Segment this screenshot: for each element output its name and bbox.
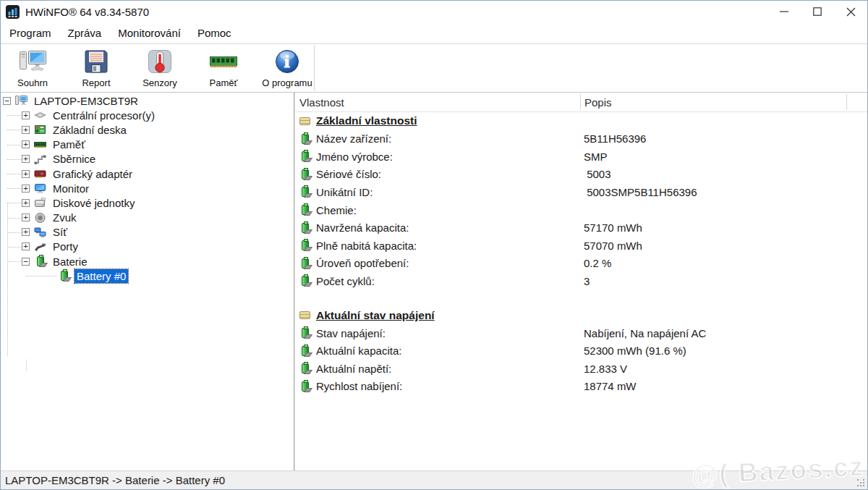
tree-item-sound[interactable]: + Zvuk (1, 211, 294, 225)
menu-monitorovani[interactable]: Monitorování (116, 25, 182, 41)
property-row[interactable]: Stav napájení: Nabíjení, Na napájení AC (295, 324, 867, 342)
toolbar-button-label: O programu (262, 77, 312, 88)
section-title: Základní vlastnosti (316, 114, 417, 127)
expand-expander-icon[interactable]: + (22, 170, 30, 178)
battery-icon (299, 187, 311, 197)
cpu-icon (33, 109, 47, 121)
memory-button[interactable]: Paměť (192, 44, 255, 92)
toolbar: Souhrn Report (1, 44, 867, 93)
property-value: 0.2 % (584, 257, 611, 269)
tree-item-bus[interactable]: + Sběrnice (1, 152, 294, 166)
tree-item-cpu[interactable]: + Centrální procesor(y) (1, 108, 294, 122)
tree-item-label-selected: Battery #0 (75, 269, 128, 283)
property-row[interactable]: Jméno výrobce: SMP (295, 148, 867, 166)
property-row[interactable]: Chemie: (295, 201, 867, 219)
info-about-icon (274, 48, 300, 75)
expand-expander-icon[interactable]: + (22, 199, 30, 207)
floppy-report-icon (83, 48, 109, 75)
tree-item-monitor[interactable]: + Monitor (1, 181, 294, 195)
expand-expander-icon[interactable]: + (22, 111, 30, 119)
about-button[interactable]: O programu (255, 44, 319, 92)
property-label: Chemie: (316, 204, 357, 216)
column-header-property[interactable]: Vlastnost (295, 96, 580, 109)
property-label: Úroveň opotřebení: (316, 257, 409, 269)
tree-item-network[interactable]: + Síť (1, 225, 294, 240)
tree-item-label: Paměť (51, 138, 88, 151)
thermometer-sensors-icon (147, 48, 173, 75)
collapse-expander-icon[interactable]: − (22, 258, 30, 266)
ram-icon (33, 139, 47, 151)
tree-item-motherboard[interactable]: + Základní deska (1, 122, 294, 137)
tree-item-gpu[interactable]: + Grafický adaptér (1, 166, 294, 181)
tree-item-computer[interactable]: − LAPTOP-EM3CBT9R (1, 93, 294, 108)
property-row[interactable]: Název zařízení: 5B11H56396 (295, 130, 867, 148)
property-label: Sériové číslo: (316, 168, 381, 180)
property-row[interactable]: Úroveň opotřebení: 0.2 % (295, 254, 867, 272)
collapse-expander-icon[interactable]: − (3, 97, 11, 105)
tree-item-label: Sběrnice (51, 152, 98, 166)
menu-program[interactable]: Program (8, 25, 53, 41)
tree-item-label: Zvuk (51, 211, 79, 224)
property-row[interactable]: Rychlost nabíjení: 18774 mW (295, 378, 867, 396)
property-row[interactable]: Plně nabitá kapacita: 57070 mWh (295, 237, 867, 255)
expand-expander-icon[interactable]: + (22, 242, 30, 250)
column-header-description[interactable]: Popis (580, 96, 612, 109)
column-resize-handle[interactable] (846, 94, 847, 110)
column-resize-handle[interactable] (580, 94, 581, 110)
close-button[interactable] (834, 1, 867, 22)
property-value: 57070 mWh (584, 240, 642, 252)
toolbar-divider (314, 46, 315, 90)
status-path: LAPTOP-EM3CBT9R -> Baterie -> Battery #0 (5, 474, 225, 486)
expand-expander-icon[interactable]: + (22, 228, 30, 236)
battery-icon (299, 258, 311, 269)
tree-item-battery-0[interactable]: Battery #0 (1, 269, 294, 283)
menu-zprava[interactable]: Zpráva (67, 25, 103, 41)
property-row[interactable]: Sériové číslo: 5003 (295, 166, 867, 184)
property-value: 5003SMP5B11H56396 (584, 186, 697, 198)
sensors-button[interactable]: Senzory (128, 44, 192, 92)
monitor-icon (33, 182, 47, 194)
property-label: Název zařízení: (316, 132, 391, 145)
expand-expander-icon[interactable]: + (22, 185, 30, 193)
tree-item-battery-group[interactable]: − Baterie (1, 254, 294, 269)
property-value: SMP (584, 151, 608, 163)
property-row[interactable]: Unikátní ID: 5003SMP5B11H56396 (295, 183, 867, 201)
ram-memory-icon (208, 48, 239, 75)
expand-expander-icon[interactable]: + (22, 140, 30, 148)
property-row[interactable]: Aktuální napětí: 12.833 V (295, 360, 867, 378)
tree-item-disks[interactable]: + Diskové jednotky (1, 195, 294, 210)
resize-grip-icon[interactable] (857, 479, 859, 481)
summary-button[interactable]: Souhrn (1, 44, 64, 92)
motherboard-icon (33, 124, 47, 135)
toolbar-button-label: Report (82, 77, 110, 88)
battery-icon (299, 169, 311, 179)
tree-item-label: Diskové jednotky (51, 196, 137, 210)
property-label: Plně nabitá kapacita: (316, 240, 417, 252)
tree-item-memory[interactable]: + Paměť (1, 138, 294, 152)
expand-expander-icon[interactable]: + (22, 126, 30, 134)
details-header: Vlastnost Popis (295, 93, 867, 112)
property-row[interactable]: Navržená kapacita: 57170 mWh (295, 219, 867, 237)
property-label: Aktuální kapacita: (316, 345, 401, 357)
tree-item-ports[interactable]: + Porty (1, 240, 294, 254)
battery-icon (299, 328, 311, 338)
property-label: Navržená kapacita: (316, 221, 409, 234)
menu-pomoc[interactable]: Pomoc (196, 25, 233, 41)
property-row[interactable]: Aktuální kapacita: 52300 mWh (91.6 %) (295, 342, 867, 360)
property-value: 5003 (584, 168, 611, 180)
ports-icon (33, 241, 47, 253)
computer-icon (14, 95, 28, 106)
property-value: 18774 mW (584, 380, 637, 392)
property-value: 3 (584, 275, 590, 287)
expand-expander-icon[interactable]: + (22, 214, 30, 221)
tree-item-label: Síť (51, 225, 69, 239)
report-button[interactable]: Report (64, 44, 128, 92)
property-row[interactable]: Počet cyklů: 3 (295, 272, 867, 290)
expand-expander-icon[interactable]: + (22, 155, 30, 163)
minimize-button[interactable] (767, 1, 801, 22)
battery-icon (299, 223, 311, 233)
section-title: Aktuální stav napájení (316, 309, 435, 322)
tree-guide-line (26, 360, 27, 371)
maximize-button[interactable] (801, 1, 834, 22)
property-value: 57170 mWh (584, 221, 642, 234)
